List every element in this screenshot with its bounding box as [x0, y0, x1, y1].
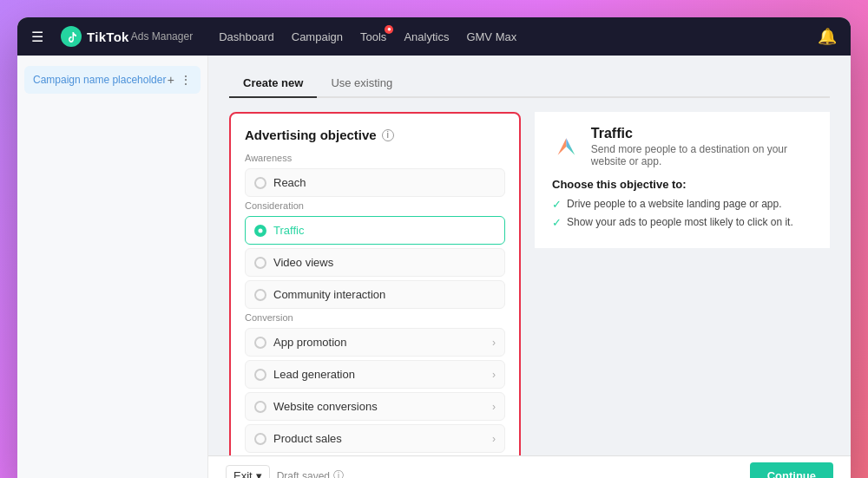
radio-video-views	[254, 257, 266, 269]
chevron-down-icon: ▾	[256, 469, 262, 478]
radio-app-promotion	[254, 337, 266, 349]
option-community-interaction[interactable]: Community interaction	[245, 280, 505, 309]
sidebar-plus-button[interactable]: +	[168, 73, 174, 87]
sidebar-actions: + ⋮	[168, 73, 192, 87]
conversion-label: Conversion	[245, 312, 505, 323]
nav-tools[interactable]: Tools ●	[360, 30, 386, 43]
traffic-icon	[552, 129, 581, 164]
main-layout: Campaign name placeholder + ⋮ Create new…	[17, 56, 851, 478]
svg-marker-1	[566, 138, 575, 155]
objective-title: Advertising objective i	[245, 128, 505, 142]
video-views-label: Video views	[273, 256, 333, 269]
hamburger-icon[interactable]: ☰	[31, 29, 43, 45]
main-nav: Dashboard Campaign Tools ● Analytics GMV…	[219, 30, 516, 43]
radio-traffic	[254, 225, 266, 237]
consideration-label: Consideration	[245, 200, 505, 211]
objective-info-icon[interactable]: i	[382, 129, 394, 141]
option-lead-generation[interactable]: Lead generation ›	[245, 360, 505, 389]
app-promotion-arrow: ›	[492, 337, 496, 349]
tab-use-existing[interactable]: Use existing	[317, 69, 406, 98]
option-traffic[interactable]: Traffic	[245, 216, 505, 245]
product-sales-arrow: ›	[492, 433, 496, 445]
option-video-views[interactable]: Video views	[245, 248, 505, 277]
choose-objective-title: Choose this objective to:	[552, 178, 812, 191]
sidebar: Campaign name placeholder + ⋮	[17, 56, 208, 478]
radio-lead-generation	[254, 369, 266, 381]
traffic-header: Traffic Send more people to a destinatio…	[552, 126, 812, 167]
tabs-row: Create new Use existing	[229, 69, 830, 98]
sidebar-campaign-item[interactable]: Campaign name placeholder + ⋮	[24, 66, 201, 94]
app-promotion-label: App promotion	[273, 336, 347, 349]
website-conversions-label: Website conversions	[273, 400, 378, 413]
check-icon-1: ✓	[552, 198, 562, 211]
bottom-bar: Exit ▾ Draft saved ⓘ Continue	[208, 455, 851, 478]
community-label: Community interaction	[273, 288, 385, 301]
website-conversions-arrow: ›	[492, 401, 496, 413]
nav-gmv-max[interactable]: GMV Max	[466, 30, 516, 43]
content-area: Create new Use existing Advertising obje…	[208, 56, 851, 455]
logo: TikTok Ads Manager	[61, 26, 193, 47]
content-main: Create new Use existing Advertising obje…	[208, 56, 851, 478]
product-sales-label: Product sales	[273, 432, 342, 445]
bottom-left: Exit ▾ Draft saved ⓘ	[226, 465, 344, 478]
option-app-promotion[interactable]: App promotion ›	[245, 328, 505, 357]
option-website-conversions[interactable]: Website conversions ›	[245, 392, 505, 421]
draft-info-icon: ⓘ	[333, 468, 344, 478]
sidebar-campaign-name: Campaign name placeholder	[33, 74, 168, 86]
right-panel: Traffic Send more people to a destinatio…	[535, 112, 830, 248]
nav-dashboard[interactable]: Dashboard	[219, 30, 274, 43]
left-column: Advertising objective i Awareness Reach	[229, 112, 521, 455]
tools-badge: ●	[385, 25, 393, 34]
top-navigation: ☰ TikTok Ads Manager Dashboard Campaign …	[17, 17, 851, 56]
continue-button[interactable]: Continue	[750, 462, 833, 478]
svg-marker-0	[558, 138, 567, 155]
radio-website-conversions	[254, 401, 266, 413]
benefit-1: ✓ Drive people to a website landing page…	[552, 198, 812, 211]
draft-saved-indicator: Draft saved ⓘ	[277, 468, 344, 478]
content-columns: Advertising objective i Awareness Reach	[229, 112, 830, 455]
radio-reach	[254, 177, 266, 189]
bell-icon[interactable]: 🔔	[818, 27, 837, 46]
reach-label: Reach	[273, 176, 306, 189]
lead-generation-label: Lead generation	[273, 368, 355, 381]
option-product-sales[interactable]: Product sales ›	[245, 424, 505, 453]
radio-community	[254, 289, 266, 301]
radio-product-sales	[254, 433, 266, 445]
exit-label: Exit	[233, 469, 253, 478]
sidebar-more-button[interactable]: ⋮	[180, 73, 192, 87]
nav-campaign[interactable]: Campaign	[292, 30, 343, 43]
exit-select[interactable]: Exit ▾	[226, 465, 270, 478]
awareness-label: Awareness	[245, 153, 505, 163]
lead-generation-arrow: ›	[492, 369, 496, 381]
traffic-label: Traffic	[273, 224, 304, 237]
objective-card: Advertising objective i Awareness Reach	[229, 112, 521, 455]
traffic-title: Traffic	[591, 126, 812, 141]
check-icon-2: ✓	[552, 216, 562, 229]
tab-create-new[interactable]: Create new	[229, 69, 317, 98]
tiktok-logo-icon	[61, 26, 82, 47]
benefit-2: ✓ Show your ads to people most likely to…	[552, 216, 812, 229]
option-reach[interactable]: Reach	[245, 168, 505, 197]
nav-analytics[interactable]: Analytics	[404, 30, 449, 43]
tiktok-text: TikTok	[87, 29, 129, 44]
ads-manager-text: Ads Manager	[131, 30, 193, 43]
traffic-description: Send more people to a destination on you…	[591, 143, 812, 167]
